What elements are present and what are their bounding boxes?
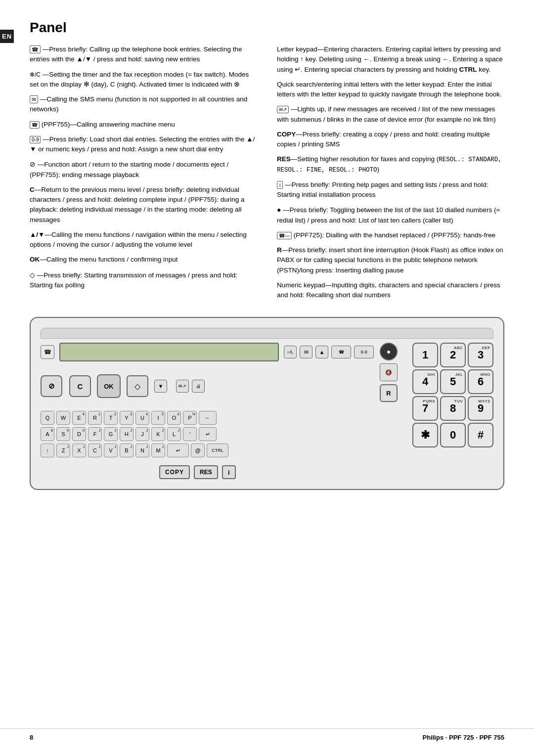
num-btn-0[interactable]: 0	[440, 423, 466, 447]
key-r[interactable]: R1	[88, 411, 102, 425]
key-v[interactable]: VJ	[104, 444, 118, 457]
para-short-dial: 0-9 —Press briefly: Load short dial entr…	[30, 134, 257, 155]
keyboard-row-3: ↑ ZJ XJ CJ VJ BJ NJ MJ ↵ @ CTRL	[41, 444, 374, 457]
numeric-range-icon: 0-9	[30, 136, 41, 143]
num-btn-2[interactable]: ABC 2	[440, 343, 466, 367]
copy-button[interactable]: COPY	[159, 465, 190, 479]
key-g[interactable]: GJ	[104, 427, 118, 441]
key-d[interactable]: D0	[72, 427, 86, 441]
key-h[interactable]: HJ	[120, 427, 134, 441]
key-i[interactable]: I5	[151, 411, 165, 425]
para-letter-keypad: Letter keypad—Entering characters. Enter…	[277, 44, 504, 75]
c-button[interactable]: C	[69, 375, 91, 397]
info-button[interactable]: i	[222, 465, 236, 479]
numpad: 1 ABC 2 DEF 3 GHI 4	[412, 343, 493, 447]
ans-button[interactable]: ☎	[331, 346, 351, 358]
num-btn-6[interactable]: MNO 6	[468, 369, 493, 394]
phone-book-button[interactable]: ☎	[41, 345, 54, 359]
handset-icon: ☎—	[277, 232, 292, 239]
abort-icon: ⊘	[30, 160, 36, 168]
diamond-icon: ◇	[134, 382, 140, 391]
num-btn-8[interactable]: TUV 8	[440, 396, 466, 421]
phone-book-icon: ☎	[44, 349, 51, 356]
handset-button[interactable]: 🔇	[380, 363, 398, 381]
key-space[interactable]: ↵	[167, 444, 189, 457]
num-btn-3[interactable]: DEF 3	[468, 343, 493, 367]
num-btn-9[interactable]: WXYZ 9	[468, 396, 493, 421]
controls-area: ☎ ○/L ✉ ▲ ☎	[41, 343, 493, 479]
para-timer-fax: ✻/C —Setting the timer and the fax recep…	[30, 70, 257, 90]
key-x[interactable]: XJ	[72, 444, 86, 457]
para-res: RES—Setting higher resolution for faxes …	[277, 154, 504, 175]
key-t[interactable]: T2	[104, 411, 118, 425]
redial-icon: ●	[277, 206, 281, 214]
para-phone-book: ☎ —Press briefly: Calling up the telepho…	[30, 44, 257, 65]
key-f[interactable]: FJ	[88, 427, 102, 441]
para-ok: OK—Calling the menu functions / confirmi…	[30, 255, 257, 265]
timer-fax-icon: ✻/C	[30, 71, 41, 78]
bottom-buttons-row: COPY RES i	[159, 465, 374, 479]
key-u[interactable]: U4	[135, 411, 149, 425]
key-b[interactable]: BJ	[120, 444, 134, 457]
num-btn-5[interactable]: JKL 5	[440, 369, 466, 394]
res-button[interactable]: RES	[194, 465, 218, 479]
left-device-controls: ☎ ○/L ✉ ▲ ☎	[41, 343, 374, 479]
key-k[interactable]: KJ	[151, 427, 165, 441]
key-w[interactable]: W	[56, 411, 70, 425]
key-m[interactable]: MJ	[151, 444, 165, 457]
nav-down-button[interactable]: ▼	[154, 380, 167, 393]
key-ctrl[interactable]: CTRL	[207, 444, 228, 457]
c-label: C	[78, 382, 83, 391]
lcd-display	[59, 343, 279, 361]
key-backspace[interactable]: ←	[199, 411, 217, 425]
num-btn-hash[interactable]: #	[468, 423, 493, 447]
info-label: i	[228, 469, 230, 476]
key-apostrophe[interactable]: '	[183, 427, 197, 441]
num-btn-1[interactable]: 1	[412, 343, 438, 367]
redial-button[interactable]: ●	[380, 343, 398, 360]
para-handset: ☎— (PPF725): Dialling with the handset r…	[277, 230, 504, 240]
r-button[interactable]: R	[380, 384, 398, 402]
key-z[interactable]: ZJ	[56, 444, 70, 457]
keyboard: Q W E€ R1 T2 Y3 U4 I5 O6 P% ← A8	[41, 411, 374, 457]
key-l[interactable]: LJ	[167, 427, 181, 441]
key-e[interactable]: E€	[72, 411, 86, 425]
key-n[interactable]: NJ	[135, 444, 149, 457]
key-q[interactable]: Q	[41, 411, 54, 425]
phone-book-icon: ☎	[30, 45, 41, 53]
fax-switch-button[interactable]: ○/L	[284, 346, 297, 358]
page-title: Panel	[30, 20, 504, 36]
key-y[interactable]: Y3	[120, 411, 134, 425]
sms-icon: ✉	[30, 95, 38, 103]
key-p[interactable]: P%	[183, 411, 197, 425]
diamond-button[interactable]: ◇	[127, 375, 148, 397]
key-shift[interactable]: ↑	[41, 444, 54, 457]
para-new-messages: ✉↗ —Lights up, if new messages are recei…	[277, 104, 504, 125]
num-btn-star[interactable]: ✱	[412, 423, 438, 447]
msg-indicator[interactable]: ✉↗	[176, 380, 189, 393]
short-dial-button[interactable]: 0-9	[354, 346, 374, 358]
right-device-controls: ● 🔇 R 1 ABC	[380, 343, 493, 447]
key-j[interactable]: JJ	[135, 427, 149, 441]
num-btn-7[interactable]: PQRS 7	[412, 396, 438, 421]
key-c2[interactable]: CJ	[88, 444, 102, 457]
key-a[interactable]: A8	[41, 427, 54, 441]
key-o[interactable]: O6	[167, 411, 181, 425]
ok-button[interactable]: OK	[97, 374, 121, 398]
r-label: R	[386, 390, 391, 397]
res-label: RES	[200, 469, 212, 476]
nav-up-button[interactable]: ▲	[315, 346, 328, 358]
abort-button[interactable]: ⊘	[41, 375, 62, 397]
fax-print-button[interactable]: 🖨	[192, 380, 205, 393]
key-enter[interactable]: ↵	[199, 427, 217, 441]
key-s[interactable]: S9	[56, 427, 70, 441]
fax-print-icon: 🖨	[196, 384, 201, 389]
sms-button[interactable]: ✉	[300, 346, 312, 358]
key-at[interactable]: @	[191, 444, 205, 457]
num-btn-4[interactable]: GHI 4	[412, 369, 438, 394]
second-control-row: ⊘ C OK ◇ ▼ ✉↗	[41, 374, 374, 398]
new-msg-icon: ✉↗	[277, 106, 289, 113]
nav-up-icon: ▲	[319, 349, 325, 355]
copy-label: COPY	[165, 469, 184, 476]
keyboard-row-1: Q W E€ R1 T2 Y3 U4 I5 O6 P% ←	[41, 411, 374, 425]
